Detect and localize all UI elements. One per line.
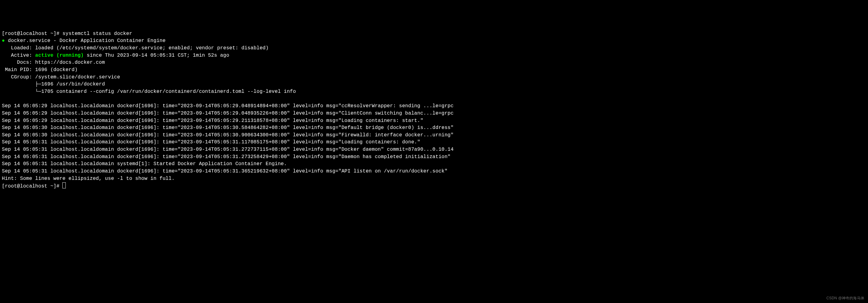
- active-label: Active:: [2, 53, 35, 58]
- log-line: Sep 14 05:05:31 localhost.localdomain sy…: [2, 161, 287, 167]
- log-line: Sep 14 05:05:31 localhost.localdomain do…: [2, 154, 451, 160]
- command-text: systemctl status docker: [62, 31, 132, 36]
- cgroup-child: ├─1696 /usr/bin/dockerd: [2, 82, 105, 87]
- active-state: active (running): [35, 53, 84, 58]
- log-line: Sep 14 05:05:29 localhost.localdomain do…: [2, 118, 423, 123]
- log-line: Sep 14 05:05:29 localhost.localdomain do…: [2, 103, 454, 109]
- active-since: since Thu 2023-09-14 05:05:31 CST; 1min …: [84, 53, 229, 58]
- status-bullet-icon: ●: [2, 38, 5, 44]
- log-line: Sep 14 05:05:30 localhost.localdomain do…: [2, 125, 454, 131]
- docs-label: Docs:: [2, 60, 35, 65]
- loaded-label: Loaded:: [2, 45, 35, 51]
- log-line: Sep 14 05:05:30 localhost.localdomain do…: [2, 132, 454, 138]
- cursor-icon: [62, 182, 66, 188]
- terminal-output[interactable]: [root@localhost ~]# systemctl status doc…: [2, 30, 866, 190]
- cgroup-value: /system.slice/docker.service: [35, 75, 120, 80]
- loaded-value: loaded (/etc/systemd/system/docker.servi…: [35, 45, 269, 51]
- shell-prompt: [root@localhost ~]#: [2, 184, 62, 189]
- service-title: docker.service - Docker Application Cont…: [8, 38, 166, 44]
- mainpid-label: Main PID:: [2, 67, 35, 73]
- cgroup-label: CGroup:: [2, 75, 35, 80]
- log-line: Sep 14 05:05:31 localhost.localdomain do…: [2, 168, 447, 174]
- mainpid-value: 1696 (dockerd): [35, 67, 78, 73]
- docs-value: https://docs.docker.com: [35, 60, 105, 65]
- shell-prompt: [root@localhost ~]#: [2, 31, 62, 36]
- log-line: Sep 14 05:05:29 localhost.localdomain do…: [2, 111, 454, 116]
- log-line: Sep 14 05:05:31 localhost.localdomain do…: [2, 147, 454, 152]
- hint-line: Hint: Some lines were ellipsized, use -l…: [2, 176, 175, 182]
- log-line: Sep 14 05:05:31 localhost.localdomain do…: [2, 139, 420, 145]
- cgroup-child: └─1705 containerd --config /var/run/dock…: [2, 89, 296, 94]
